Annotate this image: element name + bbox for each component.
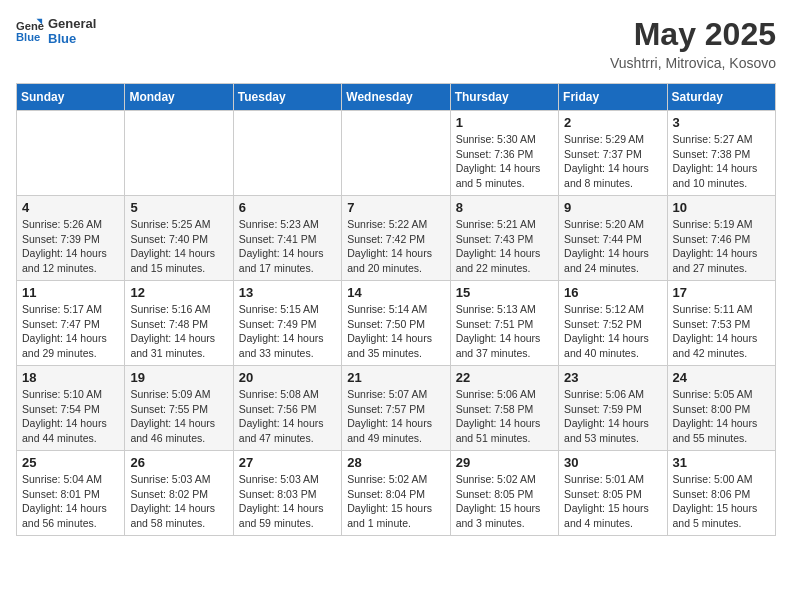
- day-info: Sunrise: 5:27 AM Sunset: 7:38 PM Dayligh…: [673, 132, 770, 191]
- calendar-cell: 2 Sunrise: 5:29 AM Sunset: 7:37 PM Dayli…: [559, 111, 667, 196]
- calendar-cell: 20 Sunrise: 5:08 AM Sunset: 7:56 PM Dayl…: [233, 366, 341, 451]
- calendar-cell: 28 Sunrise: 5:02 AM Sunset: 8:04 PM Dayl…: [342, 451, 450, 536]
- calendar-cell: 30 Sunrise: 5:01 AM Sunset: 8:05 PM Dayl…: [559, 451, 667, 536]
- weekday-header-wednesday: Wednesday: [342, 84, 450, 111]
- day-number: 22: [456, 370, 553, 385]
- day-number: 29: [456, 455, 553, 470]
- weekday-header-tuesday: Tuesday: [233, 84, 341, 111]
- calendar-cell: 1 Sunrise: 5:30 AM Sunset: 7:36 PM Dayli…: [450, 111, 558, 196]
- calendar-cell: 16 Sunrise: 5:12 AM Sunset: 7:52 PM Dayl…: [559, 281, 667, 366]
- calendar-cell: 8 Sunrise: 5:21 AM Sunset: 7:43 PM Dayli…: [450, 196, 558, 281]
- day-info: Sunrise: 5:02 AM Sunset: 8:05 PM Dayligh…: [456, 472, 553, 531]
- day-number: 11: [22, 285, 119, 300]
- day-number: 25: [22, 455, 119, 470]
- calendar-cell: 15 Sunrise: 5:13 AM Sunset: 7:51 PM Dayl…: [450, 281, 558, 366]
- day-info: Sunrise: 5:14 AM Sunset: 7:50 PM Dayligh…: [347, 302, 444, 361]
- calendar-cell: 12 Sunrise: 5:16 AM Sunset: 7:48 PM Dayl…: [125, 281, 233, 366]
- day-number: 7: [347, 200, 444, 215]
- calendar-cell: 10 Sunrise: 5:19 AM Sunset: 7:46 PM Dayl…: [667, 196, 775, 281]
- day-number: 15: [456, 285, 553, 300]
- calendar-cell: [342, 111, 450, 196]
- day-info: Sunrise: 5:26 AM Sunset: 7:39 PM Dayligh…: [22, 217, 119, 276]
- day-number: 31: [673, 455, 770, 470]
- day-info: Sunrise: 5:00 AM Sunset: 8:06 PM Dayligh…: [673, 472, 770, 531]
- calendar-cell: [233, 111, 341, 196]
- day-number: 26: [130, 455, 227, 470]
- day-info: Sunrise: 5:30 AM Sunset: 7:36 PM Dayligh…: [456, 132, 553, 191]
- day-number: 12: [130, 285, 227, 300]
- location-title: Vushtrri, Mitrovica, Kosovo: [610, 55, 776, 71]
- calendar-cell: 27 Sunrise: 5:03 AM Sunset: 8:03 PM Dayl…: [233, 451, 341, 536]
- day-number: 16: [564, 285, 661, 300]
- day-number: 3: [673, 115, 770, 130]
- day-info: Sunrise: 5:20 AM Sunset: 7:44 PM Dayligh…: [564, 217, 661, 276]
- day-info: Sunrise: 5:07 AM Sunset: 7:57 PM Dayligh…: [347, 387, 444, 446]
- day-info: Sunrise: 5:13 AM Sunset: 7:51 PM Dayligh…: [456, 302, 553, 361]
- calendar-cell: [125, 111, 233, 196]
- day-number: 28: [347, 455, 444, 470]
- day-number: 6: [239, 200, 336, 215]
- calendar-cell: 4 Sunrise: 5:26 AM Sunset: 7:39 PM Dayli…: [17, 196, 125, 281]
- calendar-cell: 29 Sunrise: 5:02 AM Sunset: 8:05 PM Dayl…: [450, 451, 558, 536]
- day-number: 10: [673, 200, 770, 215]
- calendar-cell: 6 Sunrise: 5:23 AM Sunset: 7:41 PM Dayli…: [233, 196, 341, 281]
- day-info: Sunrise: 5:23 AM Sunset: 7:41 PM Dayligh…: [239, 217, 336, 276]
- calendar-cell: 22 Sunrise: 5:06 AM Sunset: 7:58 PM Dayl…: [450, 366, 558, 451]
- weekday-header-thursday: Thursday: [450, 84, 558, 111]
- day-number: 20: [239, 370, 336, 385]
- day-info: Sunrise: 5:22 AM Sunset: 7:42 PM Dayligh…: [347, 217, 444, 276]
- day-info: Sunrise: 5:12 AM Sunset: 7:52 PM Dayligh…: [564, 302, 661, 361]
- day-info: Sunrise: 5:01 AM Sunset: 8:05 PM Dayligh…: [564, 472, 661, 531]
- day-number: 13: [239, 285, 336, 300]
- calendar-cell: 26 Sunrise: 5:03 AM Sunset: 8:02 PM Dayl…: [125, 451, 233, 536]
- day-info: Sunrise: 5:04 AM Sunset: 8:01 PM Dayligh…: [22, 472, 119, 531]
- day-info: Sunrise: 5:17 AM Sunset: 7:47 PM Dayligh…: [22, 302, 119, 361]
- day-info: Sunrise: 5:29 AM Sunset: 7:37 PM Dayligh…: [564, 132, 661, 191]
- calendar-cell: [17, 111, 125, 196]
- day-number: 21: [347, 370, 444, 385]
- logo-blue: Blue: [48, 31, 76, 46]
- weekday-header-friday: Friday: [559, 84, 667, 111]
- day-info: Sunrise: 5:15 AM Sunset: 7:49 PM Dayligh…: [239, 302, 336, 361]
- calendar-cell: 7 Sunrise: 5:22 AM Sunset: 7:42 PM Dayli…: [342, 196, 450, 281]
- calendar-cell: 19 Sunrise: 5:09 AM Sunset: 7:55 PM Dayl…: [125, 366, 233, 451]
- day-number: 23: [564, 370, 661, 385]
- day-info: Sunrise: 5:05 AM Sunset: 8:00 PM Dayligh…: [673, 387, 770, 446]
- day-info: Sunrise: 5:21 AM Sunset: 7:43 PM Dayligh…: [456, 217, 553, 276]
- weekday-header-saturday: Saturday: [667, 84, 775, 111]
- calendar-cell: 23 Sunrise: 5:06 AM Sunset: 7:59 PM Dayl…: [559, 366, 667, 451]
- day-info: Sunrise: 5:09 AM Sunset: 7:55 PM Dayligh…: [130, 387, 227, 446]
- weekday-header-monday: Monday: [125, 84, 233, 111]
- calendar-cell: 5 Sunrise: 5:25 AM Sunset: 7:40 PM Dayli…: [125, 196, 233, 281]
- calendar-cell: 9 Sunrise: 5:20 AM Sunset: 7:44 PM Dayli…: [559, 196, 667, 281]
- day-info: Sunrise: 5:08 AM Sunset: 7:56 PM Dayligh…: [239, 387, 336, 446]
- calendar-cell: 24 Sunrise: 5:05 AM Sunset: 8:00 PM Dayl…: [667, 366, 775, 451]
- calendar-cell: 13 Sunrise: 5:15 AM Sunset: 7:49 PM Dayl…: [233, 281, 341, 366]
- weekday-header-sunday: Sunday: [17, 84, 125, 111]
- day-number: 27: [239, 455, 336, 470]
- day-info: Sunrise: 5:02 AM Sunset: 8:04 PM Dayligh…: [347, 472, 444, 531]
- logo-general: General: [48, 16, 96, 31]
- day-number: 18: [22, 370, 119, 385]
- day-info: Sunrise: 5:25 AM Sunset: 7:40 PM Dayligh…: [130, 217, 227, 276]
- page-header: General Blue General Blue May 2025 Vusht…: [16, 16, 776, 71]
- calendar-cell: 11 Sunrise: 5:17 AM Sunset: 7:47 PM Dayl…: [17, 281, 125, 366]
- calendar-cell: 21 Sunrise: 5:07 AM Sunset: 7:57 PM Dayl…: [342, 366, 450, 451]
- day-number: 24: [673, 370, 770, 385]
- day-info: Sunrise: 5:03 AM Sunset: 8:02 PM Dayligh…: [130, 472, 227, 531]
- day-number: 19: [130, 370, 227, 385]
- day-info: Sunrise: 5:06 AM Sunset: 7:58 PM Dayligh…: [456, 387, 553, 446]
- logo-icon: General Blue: [16, 17, 44, 45]
- day-number: 14: [347, 285, 444, 300]
- calendar-cell: 17 Sunrise: 5:11 AM Sunset: 7:53 PM Dayl…: [667, 281, 775, 366]
- month-title: May 2025: [610, 16, 776, 53]
- day-number: 1: [456, 115, 553, 130]
- title-block: May 2025 Vushtrri, Mitrovica, Kosovo: [610, 16, 776, 71]
- calendar-cell: 14 Sunrise: 5:14 AM Sunset: 7:50 PM Dayl…: [342, 281, 450, 366]
- calendar-table: SundayMondayTuesdayWednesdayThursdayFrid…: [16, 83, 776, 536]
- calendar-cell: 3 Sunrise: 5:27 AM Sunset: 7:38 PM Dayli…: [667, 111, 775, 196]
- svg-text:Blue: Blue: [16, 31, 40, 43]
- day-info: Sunrise: 5:16 AM Sunset: 7:48 PM Dayligh…: [130, 302, 227, 361]
- calendar-cell: 31 Sunrise: 5:00 AM Sunset: 8:06 PM Dayl…: [667, 451, 775, 536]
- day-info: Sunrise: 5:10 AM Sunset: 7:54 PM Dayligh…: [22, 387, 119, 446]
